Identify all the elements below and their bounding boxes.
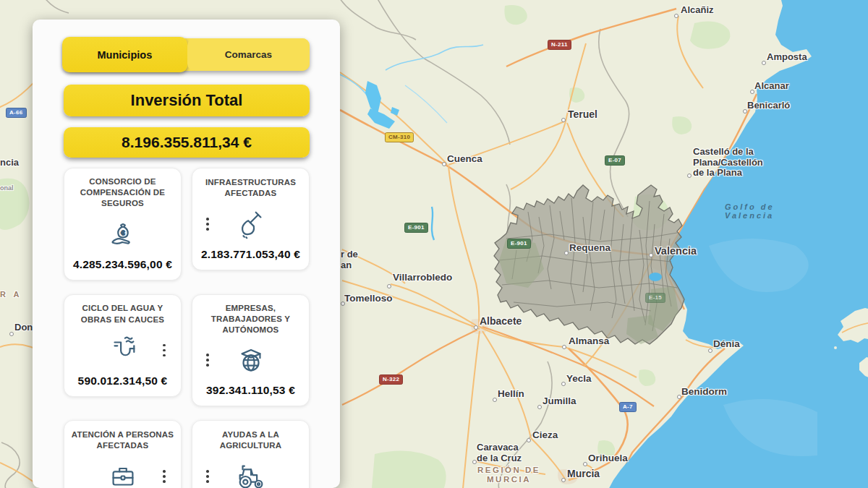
card-title: ATENCIÓN A PERSONAS AFECTADAS: [70, 429, 175, 452]
drag-handle-icon[interactable]: [163, 344, 166, 357]
tractor-icon: [234, 460, 268, 488]
card-title: CICLO DEL AGUA Y OBRAS EN CAUCES: [70, 303, 175, 326]
category-card[interactable]: CICLO DEL AGUA Y OBRAS EN CAUCES 590.012…: [64, 294, 182, 397]
card-title: INFRAESTRUCTURAS AFECTADAS: [198, 176, 303, 200]
drag-handle-icon[interactable]: [206, 354, 209, 367]
hand-coin-icon: [106, 218, 140, 251]
shovel-icon: [234, 207, 268, 241]
card-title: EMPRESAS, TRABAJADORES Y AUTÓNOMOS: [198, 303, 303, 336]
investment-total-title[interactable]: Inversión Total: [64, 85, 310, 116]
globe-cap-icon: [234, 343, 268, 377]
investment-total-amount: 8.196.355.811,34 €: [64, 127, 310, 158]
albufera-lagoon: [649, 273, 662, 281]
category-cards: CONSORCIO DE COMPENSACIÓN DE SEGUROS 4.2…: [64, 168, 310, 488]
card-title: CONSORCIO DE COMPENSACIÓN DE SEGUROS: [70, 176, 175, 210]
drag-handle-icon[interactable]: [206, 218, 209, 231]
tab-comarcas[interactable]: Comarcas: [187, 38, 310, 71]
category-card[interactable]: CONSORCIO DE COMPENSACIÓN DE SEGUROS 4.2…: [64, 168, 182, 281]
card-amount: 590.012.314,50 €: [70, 374, 175, 388]
investment-panel: Municipios Comarcas Inversión Total 8.19…: [33, 20, 340, 488]
card-title: AYUDAS A LA AGRICULTURA: [198, 429, 303, 452]
category-card[interactable]: ATENCIÓN A PERSONAS AFECTADAS 425.335.52…: [64, 420, 182, 488]
category-card[interactable]: AYUDAS A LA AGRICULTURA 302.310.352,85 €: [192, 420, 310, 488]
card-amount: 392.341.110,53 €: [198, 384, 303, 397]
card-amount: 2.183.771.053,40 €: [198, 248, 303, 261]
tab-municipios[interactable]: Municipios: [62, 37, 187, 72]
category-card[interactable]: EMPRESAS, TRABAJADORES Y AUTÓNOMOS 392.3…: [192, 294, 310, 407]
water-pipe-icon: [106, 334, 140, 367]
drag-handle-icon[interactable]: [206, 470, 209, 483]
card-amount: 4.285.234.596,00 €: [70, 258, 175, 271]
view-tabs: Municipios Comarcas: [64, 38, 310, 71]
map-dashboard: AlcañizAmpostaAlcanarBenicarlóTeruelCast…: [0, 0, 868, 488]
category-card[interactable]: INFRAESTRUCTURAS AFECTADAS 2.183.771.053…: [192, 168, 310, 270]
briefcase-icon: [106, 460, 140, 488]
drag-handle-icon[interactable]: [163, 470, 166, 483]
